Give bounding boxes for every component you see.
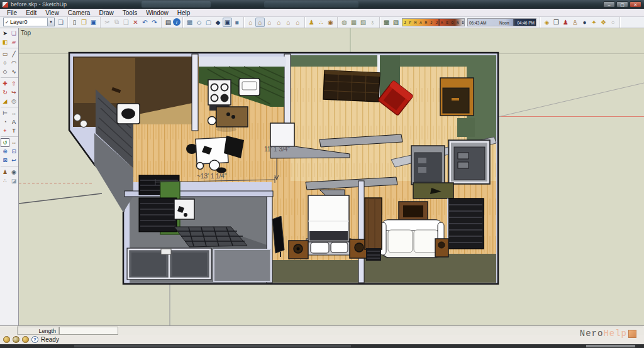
back-view-button[interactable]: ⌂ [284, 18, 293, 27]
zoom-extents-tool[interactable]: ⊠ [1, 156, 9, 165]
make-component-tool[interactable]: ❏ [9, 29, 18, 38]
minimize-button[interactable]: – [603, 1, 615, 8]
paste-button[interactable]: ❑ [121, 18, 131, 27]
measurement-input[interactable] [59, 327, 118, 335]
maximize-button[interactable]: ▢ [616, 1, 628, 8]
menu-edit[interactable]: Edit [21, 9, 41, 17]
new-file-button[interactable]: ▯ [70, 18, 79, 27]
look-around-tool[interactable]: ◉ [9, 168, 18, 177]
position-camera-button[interactable]: ♟ [307, 18, 316, 27]
closets[interactable] [411, 140, 490, 185]
menu-file[interactable]: File [3, 9, 21, 17]
look-around-button[interactable]: ◉ [326, 18, 335, 27]
shadow-time-slider[interactable]: 06:43 AM Noon 04:46 PM [467, 18, 536, 26]
close-button[interactable]: ✕ [630, 1, 641, 8]
circle-tool[interactable]: ○ [1, 58, 9, 67]
copy-button[interactable]: ⧉ [112, 18, 121, 27]
menu-help[interactable]: Help [173, 9, 195, 17]
xray-style-button[interactable]: ▩ [185, 18, 194, 27]
credit-attribution-icon[interactable] [13, 336, 19, 343]
push-pull-tool[interactable]: ⇧ [9, 79, 18, 88]
add-location-button[interactable]: ◍ [340, 18, 349, 27]
rectangle-tool[interactable]: ▭ [1, 50, 9, 58]
rotate-tool[interactable]: ↻ [1, 88, 9, 97]
protractor-tool[interactable]: ◔ [1, 117, 9, 126]
open-file-button[interactable]: ❐ [79, 18, 89, 27]
monochrome-style-button[interactable]: ■ [232, 18, 242, 27]
walk-button[interactable]: ∴ [316, 18, 326, 27]
disabled-tool-button[interactable]: ○ [608, 18, 618, 27]
line-tool[interactable]: ╱ [9, 50, 18, 58]
axes-tool[interactable]: + [1, 126, 9, 135]
orbit-tool[interactable]: ↺ [1, 138, 9, 147]
zoom-tool[interactable]: ⊕ [1, 147, 9, 156]
toggle-terrain-button[interactable]: ▦ [349, 18, 358, 27]
menu-camera[interactable]: Camera [64, 9, 95, 17]
preview-earth-button[interactable]: ♁ [368, 18, 377, 27]
follow-me-tool[interactable]: ↪ [9, 88, 18, 97]
tape-measure-tool[interactable]: ⊢ [1, 109, 9, 117]
cut-button[interactable]: ✂ [103, 18, 112, 27]
erase-button[interactable]: ✕ [131, 18, 140, 27]
layer-dropdown[interactable]: ✓ Layer0 ▾ [3, 18, 55, 26]
paint-bucket-tool[interactable]: ◧ [1, 38, 9, 46]
pan-tool[interactable]: ⇔ [9, 138, 18, 147]
walk-tool[interactable]: ∴ [1, 177, 9, 185]
date-slider-handle[interactable] [438, 19, 440, 26]
freehand-tool[interactable]: ∿ [9, 67, 18, 76]
3d-text-tool[interactable]: T [9, 126, 18, 135]
chevron-down-icon[interactable]: ▾ [47, 18, 54, 26]
document-tray-button[interactable]: ❒ [552, 18, 561, 27]
shaded-style-button[interactable]: ◆ [213, 18, 223, 27]
person-figure-button[interactable]: ♟ [561, 18, 570, 27]
top-view-button[interactable]: ⌂ [255, 18, 265, 27]
help-icon[interactable]: ? [31, 336, 38, 343]
arc-tool[interactable]: ◠ [9, 58, 18, 67]
select-tool[interactable]: ➤ [1, 29, 9, 38]
model-info-button[interactable]: i [173, 18, 180, 26]
print-group: ▤ i [162, 17, 183, 28]
sofa[interactable] [380, 220, 444, 258]
drawing-canvas[interactable]: 11' 1 3/4" ~13' 1 1/4" Top [19, 28, 644, 325]
menu-window[interactable]: Window [142, 9, 173, 17]
sign-in-status-icon[interactable] [22, 336, 29, 343]
model-viewport[interactable]: 11' 1 3/4" ~13' 1 1/4" [19, 28, 644, 325]
save-file-button[interactable]: ▣ [89, 18, 98, 27]
globe-button[interactable]: ● [580, 18, 589, 27]
zoom-window-tool[interactable]: ⊡ [9, 147, 18, 156]
menu-view[interactable]: View [41, 9, 64, 17]
front-view-button[interactable]: ⌂ [265, 18, 274, 27]
section-plane-tool[interactable]: ◪ [9, 177, 18, 185]
shadow-toggle-button[interactable]: ▨ [391, 18, 401, 27]
text-tool[interactable]: A [9, 117, 18, 126]
menu-draw[interactable]: Draw [94, 9, 118, 17]
wireframe-style-button[interactable]: ◇ [194, 18, 204, 27]
menu-tools[interactable]: Tools [118, 9, 142, 17]
position-camera-tool[interactable]: ♟ [1, 168, 9, 177]
undo-button[interactable]: ↶ [140, 18, 150, 27]
iso-view-button[interactable]: ⌂ [246, 18, 255, 27]
sandbox-tool-button[interactable]: ◈ [542, 18, 552, 27]
geolocation-status-icon[interactable] [3, 336, 10, 343]
time-slider-handle[interactable] [513, 19, 515, 26]
polygon-tool[interactable]: ◇ [1, 67, 9, 76]
layer-manager-button[interactable]: ❏ [56, 18, 65, 27]
photo-textures-button[interactable]: ▧ [358, 18, 368, 27]
shadow-date-slider[interactable]: J F M A M J J A S O N D [402, 18, 465, 26]
redo-button[interactable]: ↷ [150, 18, 159, 27]
offset-tool[interactable]: ◎ [9, 97, 18, 106]
gold-tool-b-button[interactable]: ❖ [599, 18, 608, 27]
hidden-line-style-button[interactable]: ▢ [204, 18, 213, 27]
move-tool[interactable]: ✚ [1, 79, 9, 88]
eraser-tool[interactable]: ▰ [9, 38, 18, 46]
scale-tool[interactable]: ◢ [1, 97, 9, 106]
print-button[interactable]: ▤ [164, 18, 173, 27]
previous-view-tool[interactable]: ↩ [9, 156, 18, 165]
gold-tool-a-button[interactable]: ✦ [589, 18, 599, 27]
person-scale-button[interactable]: ♙ [570, 18, 580, 27]
right-view-button[interactable]: ⌂ [274, 18, 284, 27]
shaded-textures-style-button[interactable]: ▣ [223, 18, 232, 27]
dimension-tool[interactable]: ↔ [9, 109, 18, 117]
shadow-dialog-button[interactable]: ▩ [382, 18, 391, 27]
left-view-button[interactable]: ⌂ [293, 18, 303, 27]
